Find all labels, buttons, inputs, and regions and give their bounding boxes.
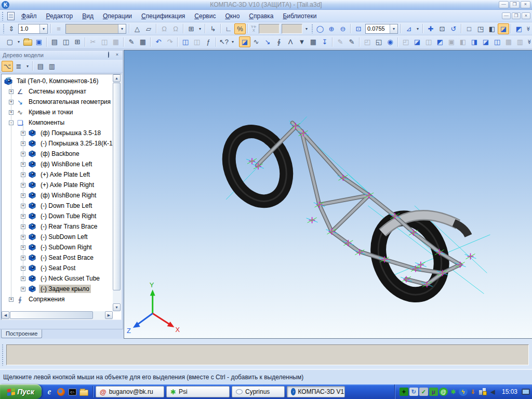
download-master-icon[interactable]: ϟ (459, 388, 468, 396)
loft-icon[interactable]: ◪ (480, 36, 491, 47)
tree-expander-icon[interactable]: + (21, 183, 25, 188)
scale-combo[interactable]: 1.0▾ (18, 24, 48, 34)
child-minimize-button[interactable]: — (502, 12, 511, 19)
my-documents-icon[interactable] (79, 387, 88, 396)
menu-item-edit[interactable]: Редактор (42, 11, 78, 21)
redo-icon[interactable]: ↷ (164, 36, 176, 47)
child-close-button[interactable]: × (522, 12, 530, 19)
hidden-thin-icon[interactable]: ◧ (486, 23, 498, 34)
tree-item[interactable]: +(+) Axle Plate Right (2, 180, 113, 190)
context-help-icon[interactable]: ↖? (218, 36, 230, 47)
tree-item[interactable]: +(-) Down Tube Right (2, 211, 113, 221)
tree-item[interactable]: +(-) Заднее крыло (2, 284, 113, 294)
panel-curves-icon[interactable]: ∿ (250, 36, 262, 47)
tree-item[interactable]: Tail (Тел-0, Компонентов-16) (2, 76, 113, 86)
title-bar[interactable]: K КОМПАС-3D V10 (ЗАЩИТА) - [Tail.a3d] — … (0, 0, 532, 10)
utorrent-icon[interactable]: μ (429, 388, 438, 396)
layer-combo[interactable]: ▾ (65, 24, 126, 34)
panel-filters-icon[interactable]: ▼ (296, 36, 308, 47)
report-icon[interactable]: ▤ (35, 61, 46, 72)
property-bar-grip[interactable] (2, 344, 4, 366)
close-button[interactable]: × (521, 1, 530, 8)
tree-expander-icon[interactable]: + (21, 256, 25, 260)
sketch-icon[interactable]: ✎ (346, 36, 357, 47)
ortho-icon[interactable]: ∟ (223, 23, 234, 34)
tree-item[interactable]: +(ф) Покрышка 3.5-18 (2, 128, 113, 138)
start-button[interactable]: Пуск (0, 384, 42, 399)
open-icon[interactable] (22, 36, 33, 47)
internet-explorer-icon[interactable]: e (45, 387, 54, 396)
menu-item-window[interactable]: Окно (220, 11, 244, 21)
fillet-icon[interactable]: ◩ (434, 36, 446, 47)
cut-extrude-icon[interactable]: ◫ (423, 36, 434, 47)
rotate-icon[interactable]: ↺ (448, 23, 459, 34)
tree-composition-icon[interactable]: ≣ (13, 61, 24, 72)
panel-close-icon[interactable]: × (113, 51, 121, 59)
safely-remove-hardware-icon[interactable]: ✓ (419, 388, 428, 396)
tree-item[interactable]: +(ф) WishBone Left (2, 159, 113, 169)
cut-icon[interactable]: ✂ (87, 36, 99, 47)
antivirus-icon[interactable]: ✦ (400, 388, 408, 396)
pin-icon[interactable] (104, 51, 112, 59)
taskbar-button-cyprinus-window[interactable]: Cyprinus (232, 386, 285, 397)
command-prompt-icon[interactable]: C:\ (68, 387, 77, 396)
menu-item-libraries[interactable]: Библиотеки (278, 11, 321, 21)
std-overflow-icon[interactable]: ▾ (230, 36, 236, 47)
taskbar-button-mail-window[interactable]: @buganov@bk.ru (96, 386, 164, 397)
extrude-preview-icon[interactable]: ◰ (362, 36, 373, 47)
child-restore-button[interactable]: ❐ (512, 12, 521, 19)
panel-spec-icon[interactable]: ▦ (308, 36, 319, 47)
line-scale-icon[interactable]: ⇕ (6, 23, 17, 34)
tree-expander-icon[interactable]: + (21, 235, 25, 240)
tree-expander-icon[interactable]: + (21, 245, 25, 250)
menu-item-service[interactable]: Сервис (190, 11, 220, 21)
firefox-icon[interactable] (56, 387, 65, 396)
viewport-3d[interactable]: Y X Z (124, 50, 532, 339)
tree-item[interactable]: +∿Кривые и точки (2, 107, 113, 117)
menu-item-view[interactable]: Вид (77, 11, 98, 21)
wireframe-icon[interactable]: □ (463, 23, 475, 34)
tree-item[interactable]: +(+) Axle Plate Left (2, 169, 113, 180)
tree-expander-icon[interactable]: + (21, 193, 25, 198)
menu-item-help[interactable]: Справка (244, 11, 278, 21)
tree-item[interactable]: +∮Сопряжения (2, 294, 113, 304)
toolbar-grip[interactable] (3, 24, 4, 33)
taskbar-button-psi-window[interactable]: ✱Psi (166, 386, 230, 397)
tree-item[interactable]: +∠Системы координат (2, 86, 113, 97)
tree-item[interactable]: +(-) Neck Gusset Tube (2, 273, 113, 284)
menu-grip[interactable] (2, 11, 4, 21)
icq-icon[interactable]: ✱ (449, 388, 458, 396)
vertex-edit-icon[interactable]: △ (131, 23, 143, 34)
tree-expander-icon[interactable]: + (9, 297, 14, 302)
shell-icon[interactable]: ◨ (469, 36, 480, 47)
shaded-icon[interactable]: ◪ (498, 23, 509, 34)
surface-tool-icon[interactable]: ◉ (384, 36, 396, 47)
tree-vscrollbar[interactable]: ▲ ▼ (113, 74, 121, 311)
mail-agent-icon[interactable]: @ (439, 388, 448, 396)
windows-update-icon[interactable]: ↻ (409, 388, 418, 396)
toolbar-grip[interactable] (311, 24, 313, 33)
hole-icon[interactable]: ▣ (446, 36, 457, 47)
snap-magnet-2-icon[interactable]: Ω (170, 23, 181, 34)
tree-expander-icon[interactable]: + (21, 204, 25, 208)
tree-item[interactable]: +(-) Seat Post (2, 263, 113, 273)
panel-aux-geometry-icon[interactable]: ↘ (262, 36, 273, 47)
tree-expander-icon[interactable]: + (21, 276, 25, 281)
zoom-area-icon[interactable]: ⊡ (353, 23, 364, 34)
tree-expander-icon[interactable]: + (21, 131, 25, 136)
zoom-combo[interactable]: 0.0755▾ (365, 24, 398, 34)
print-preview-icon[interactable]: ◫ (60, 36, 72, 47)
zoom-icon[interactable]: ◯ (314, 23, 326, 34)
layers-icon[interactable]: ≡ (53, 23, 64, 34)
spec-table-icon[interactable]: ▦ (137, 36, 149, 47)
menu-item-operations[interactable]: Операции (98, 11, 137, 21)
downloads-icon[interactable]: ⇓ (469, 388, 477, 396)
boss-extrude-icon[interactable]: ◰ (400, 36, 411, 47)
save-icon[interactable]: ▣ (33, 36, 45, 47)
pan-icon[interactable]: ✚ (425, 23, 436, 34)
display-settings-icon[interactable] (522, 389, 530, 395)
import-icon[interactable]: ⊞ (72, 36, 83, 47)
tree-expander-icon[interactable]: + (9, 89, 14, 94)
coord-overflow-icon[interactable]: ▾ (303, 23, 310, 34)
sketch-3d-icon[interactable]: ▱ (143, 23, 154, 34)
